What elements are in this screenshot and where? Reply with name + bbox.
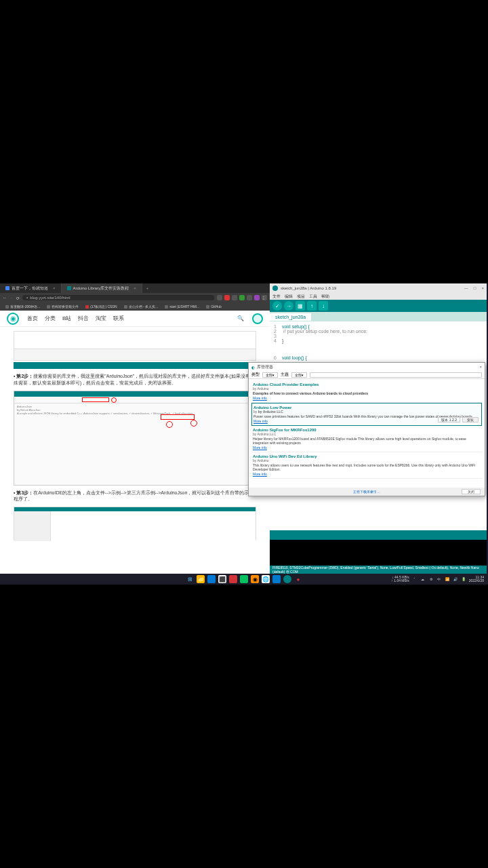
- search-icon[interactable]: 🔍: [237, 315, 244, 321]
- browser-tab[interactable]: Arduino Library库文件安装教程 ×: [62, 283, 142, 293]
- site-logo-icon[interactable]: ◉: [7, 313, 19, 325]
- menu-icon[interactable]: ⋮: [262, 295, 267, 300]
- bookmark[interactable]: 金山文档 - 多人实...: [121, 304, 161, 309]
- back-icon[interactable]: ←: [3, 296, 7, 300]
- bookmark[interactable]: GitHub: [203, 304, 224, 309]
- menu-item[interactable]: 项目: [297, 294, 305, 300]
- bookmark[interactable]: 百度翻译-200种语...: [3, 304, 43, 309]
- nav-item[interactable]: B站: [62, 315, 71, 322]
- chrome-icon[interactable]: 🌐: [262, 575, 270, 583]
- install-button[interactable]: 安装: [462, 417, 479, 422]
- menu-item[interactable]: 工具: [309, 294, 317, 300]
- nav-item[interactable]: 联系: [113, 315, 124, 322]
- open-button[interactable]: ↑: [307, 301, 317, 311]
- taskbar: ⊞ 📁 ⬛ ◉ 🌐 ● ↓ 44.5 KB/s ↑ 1.04 MB/s ˄ ☁ …: [0, 574, 488, 585]
- chevron-up-icon[interactable]: ˄: [412, 576, 418, 582]
- library-manager-dialog: ◐ 库管理器 × 类型 全部 ▾ 主题 全部 ▾ Arduino Cloud P…: [248, 362, 485, 496]
- sketch-tab[interactable]: sketch_jun28a: [270, 313, 311, 321]
- nav-item[interactable]: 淘宝: [96, 315, 106, 322]
- start-icon[interactable]: ⊞: [186, 575, 194, 583]
- minimize-icon[interactable]: —: [464, 286, 468, 290]
- app-icon[interactable]: [229, 575, 237, 583]
- address-bar[interactable]: ▪ blog.yyzt.site/140/html: [22, 295, 214, 300]
- arduino-icon[interactable]: [283, 575, 291, 583]
- favicon-icon: [67, 286, 71, 290]
- bookmark-label: 在线转换音频文件: [52, 304, 79, 309]
- close-icon[interactable]: ×: [134, 286, 136, 290]
- forward-icon[interactable]: →: [9, 296, 14, 300]
- library-item[interactable]: Arduino SigFox for MKRFox1200 by Arduino…: [251, 426, 482, 452]
- search-input[interactable]: [310, 372, 482, 378]
- type-select[interactable]: 全部 ▾: [262, 372, 278, 378]
- step-label: 第3步：: [16, 490, 33, 495]
- battery-icon[interactable]: 🔋: [461, 576, 466, 582]
- tray-icon[interactable]: ⚙: [428, 576, 434, 582]
- browser-tab[interactable]: 百度一下，你就知道 ×: [0, 283, 62, 293]
- bookmark-icon: [85, 305, 89, 309]
- menu-item[interactable]: 文件: [272, 294, 281, 300]
- close-icon[interactable]: ×: [479, 365, 482, 369]
- record-icon[interactable]: ●: [294, 575, 302, 583]
- version-select[interactable]: 版本 1.2.2: [438, 417, 460, 422]
- app-icon[interactable]: ⬛: [218, 575, 226, 583]
- explorer-icon[interactable]: 📁: [197, 575, 205, 583]
- app-icon[interactable]: ◉: [251, 575, 259, 583]
- menu-item[interactable]: 帮助: [321, 294, 329, 300]
- bookmark[interactable]: 在线转换音频文件: [44, 304, 81, 309]
- bookmark-icon: [206, 305, 209, 309]
- library-item[interactable]: Arduino Uno WiFi Dev Ed Library by Ardui…: [251, 452, 482, 479]
- extension-icon[interactable]: [239, 295, 245, 300]
- more-info-link[interactable]: More info: [253, 472, 481, 476]
- new-button[interactable]: ▦: [296, 301, 305, 311]
- avatar[interactable]: [252, 313, 263, 324]
- close-icon[interactable]: ×: [53, 286, 56, 290]
- volume-icon[interactable]: 🔊: [453, 576, 458, 582]
- wechat-icon[interactable]: [240, 575, 248, 583]
- bookmark[interactable]: start [USART HMI...: [162, 304, 202, 309]
- extension-icon[interactable]: [232, 295, 237, 300]
- extension-icon[interactable]: [254, 295, 260, 300]
- library-item[interactable]: Arduino Cloud Provider Examples by Ardui…: [251, 380, 482, 403]
- menubar: 文件 编辑 项目 工具 帮助: [270, 293, 487, 300]
- save-button[interactable]: ↓: [319, 301, 328, 311]
- site-header: ◉ 首页 分类 B站 抖音 淘宝 联系 🔍: [0, 311, 270, 327]
- filter-bar: 类型 全部 ▾ 主题 全部 ▾: [249, 371, 485, 379]
- new-tab-button[interactable]: +: [142, 286, 153, 290]
- bookmark[interactable]: (17条消息) CSDN: [83, 304, 119, 309]
- window-title: sketch_jun28a | Arduino 1.8.19: [281, 286, 336, 290]
- library-list[interactable]: Arduino Cloud Provider Examples by Ardui…: [249, 379, 485, 488]
- verify-button[interactable]: ✓: [272, 301, 282, 311]
- tray-icon[interactable]: ☁: [420, 576, 426, 582]
- close-button[interactable]: 关闭: [462, 489, 481, 494]
- wifi-icon[interactable]: 📶: [445, 576, 450, 582]
- screenshot-image: ArduinoJsonby Benoit Blanchon A simple a…: [14, 391, 256, 486]
- app-icon[interactable]: [207, 575, 216, 583]
- tab-title: 百度一下，你就知道: [12, 285, 48, 292]
- extension-icon[interactable]: [247, 295, 252, 300]
- vscode-icon[interactable]: [272, 575, 281, 583]
- topic-select[interactable]: 全部 ▾: [291, 372, 307, 378]
- more-info-link[interactable]: More info: [253, 446, 481, 450]
- nav-item[interactable]: 首页: [27, 315, 38, 322]
- browser-tab-strip: 百度一下，你就知道 × Arduino Library库文件安装教程 × +: [0, 283, 270, 293]
- step-body: 搜索你需要的库文件，我这里搜索"ArduinoJson"，然后出现对应的库文件，…: [14, 374, 255, 385]
- nav-item[interactable]: 分类: [45, 315, 56, 322]
- nav-item[interactable]: 抖音: [78, 315, 89, 322]
- close-icon[interactable]: ×: [481, 286, 484, 290]
- statusbar: FIRE8510, STM32CubeProgrammer (SWD), Ena…: [270, 566, 487, 574]
- ime-icon[interactable]: 中: [436, 576, 442, 582]
- extensions: ⋮: [217, 295, 267, 300]
- extension-icon[interactable]: [224, 295, 230, 300]
- library-desc: Examples of how to connect various Ardui…: [253, 391, 481, 395]
- upload-button[interactable]: →: [284, 301, 293, 311]
- more-info-link[interactable]: More info: [253, 396, 481, 400]
- step-text: • 第3步：在ArduinoIDE的左上角，点击文件-->示例-->第三方库示例…: [14, 490, 256, 503]
- site-nav: 首页 分类 B站 抖音 淘宝 联系: [27, 315, 124, 322]
- library-item[interactable]: Arduino Low Power by by Arduino LLC Powe…: [251, 403, 482, 426]
- clock[interactable]: 11:34 2022/6/28: [469, 576, 484, 583]
- maximize-icon[interactable]: □: [474, 286, 476, 290]
- extension-icon[interactable]: [217, 295, 222, 300]
- menu-item[interactable]: 编辑: [285, 294, 293, 300]
- filter-label: 类型: [251, 372, 260, 378]
- reload-icon[interactable]: ⟳: [16, 296, 20, 300]
